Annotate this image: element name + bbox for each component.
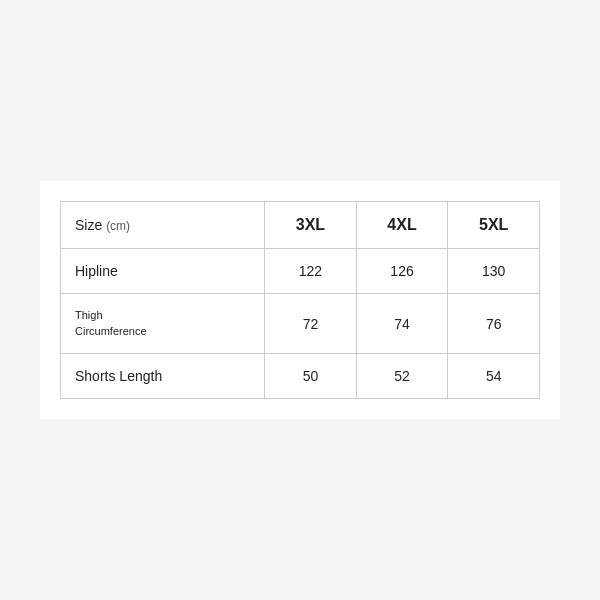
row-label-thigh: Thigh Circumference [61,294,265,354]
row-0-col3: 130 [448,249,540,294]
row-0-col2: 126 [356,249,448,294]
row-2-col2: 52 [356,353,448,398]
size-column-header: Size (cm) [61,202,265,249]
table-row: Thigh Circumference 72 74 76 [61,294,540,354]
row-label-hipline: Hipline [61,249,265,294]
col1-header: 3XL [265,202,357,249]
row-label-shorts: Shorts Length [61,353,265,398]
col3-header: 5XL [448,202,540,249]
row-2-col1: 50 [265,353,357,398]
row-1-col3: 76 [448,294,540,354]
row-2-col3: 54 [448,353,540,398]
size-chart-container: Size (cm) 3XL 4XL 5XL Hipline 122 126 13… [40,181,560,419]
row-0-col1: 122 [265,249,357,294]
col2-header: 4XL [356,202,448,249]
table-row: Hipline 122 126 130 [61,249,540,294]
row-1-col1: 72 [265,294,357,354]
size-chart-table: Size (cm) 3XL 4XL 5XL Hipline 122 126 13… [60,201,540,399]
table-row: Shorts Length 50 52 54 [61,353,540,398]
size-label: Size [75,217,102,233]
size-unit: (cm) [106,219,130,233]
row-1-col2: 74 [356,294,448,354]
